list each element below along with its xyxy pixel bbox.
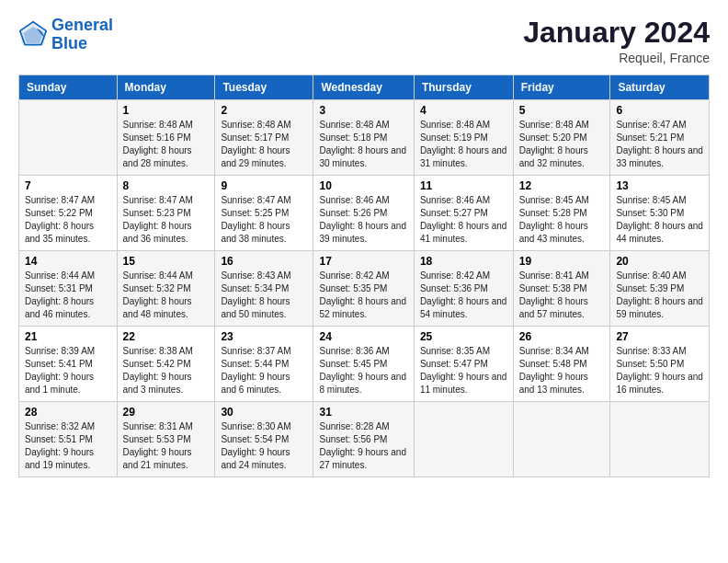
day-info: Sunrise: 8:32 AMSunset: 5:51 PMDaylight:… [25, 420, 111, 472]
day-number: 7 [25, 179, 111, 192]
day-number: 27 [616, 330, 703, 343]
calendar-cell: 16 Sunrise: 8:43 AMSunset: 5:34 PMDaylig… [215, 251, 313, 327]
day-number: 10 [319, 179, 407, 192]
calendar-cell: 26 Sunrise: 8:34 AMSunset: 5:48 PMDaylig… [513, 327, 610, 402]
calendar-cell: 22 Sunrise: 8:38 AMSunset: 5:42 PMDaylig… [117, 327, 215, 402]
day-info: Sunrise: 8:41 AMSunset: 5:38 PMDaylight:… [519, 270, 605, 321]
calendar-cell: 30 Sunrise: 8:30 AMSunset: 5:54 PMDaylig… [215, 402, 313, 477]
day-number: 9 [221, 179, 307, 192]
day-number: 4 [420, 104, 507, 117]
calendar-cell: 23 Sunrise: 8:37 AMSunset: 5:44 PMDaylig… [215, 327, 313, 402]
day-number: 1 [123, 104, 210, 117]
calendar-cell: 5 Sunrise: 8:48 AMSunset: 5:20 PMDayligh… [513, 100, 610, 176]
day-number: 14 [25, 255, 111, 268]
header-thursday: Thursday [414, 75, 513, 100]
calendar-cell: 28 Sunrise: 8:32 AMSunset: 5:51 PMDaylig… [19, 402, 118, 477]
day-info: Sunrise: 8:45 AMSunset: 5:28 PMDaylight:… [519, 194, 605, 246]
day-number: 15 [123, 255, 210, 268]
logo: General Blue [18, 17, 113, 53]
day-info: Sunrise: 8:43 AMSunset: 5:34 PMDaylight:… [221, 270, 307, 321]
day-number: 29 [123, 406, 210, 419]
calendar-cell: 2 Sunrise: 8:48 AMSunset: 5:17 PMDayligh… [215, 100, 313, 176]
day-info: Sunrise: 8:38 AMSunset: 5:42 PMDaylight:… [123, 345, 210, 396]
day-number: 11 [420, 179, 507, 192]
logo-line1: General [51, 16, 113, 34]
header-sunday: Sunday [19, 75, 118, 100]
day-info: Sunrise: 8:46 AMSunset: 5:26 PMDaylight:… [319, 194, 407, 246]
calendar-week-5: 28 Sunrise: 8:32 AMSunset: 5:51 PMDaylig… [19, 402, 710, 477]
calendar-table: Sunday Monday Tuesday Wednesday Thursday… [18, 75, 710, 477]
day-number: 26 [519, 330, 605, 343]
calendar-cell: 21 Sunrise: 8:39 AMSunset: 5:41 PMDaylig… [19, 327, 118, 402]
day-info: Sunrise: 8:42 AMSunset: 5:35 PMDaylight:… [319, 270, 407, 321]
day-info: Sunrise: 8:44 AMSunset: 5:31 PMDaylight:… [25, 270, 111, 321]
day-info: Sunrise: 8:28 AMSunset: 5:56 PMDaylight:… [319, 420, 407, 472]
day-number: 3 [319, 104, 407, 117]
header-monday: Monday [117, 75, 215, 100]
header-friday: Friday [513, 75, 610, 100]
calendar-cell: 14 Sunrise: 8:44 AMSunset: 5:31 PMDaylig… [19, 251, 118, 327]
day-number: 31 [319, 406, 407, 419]
header-wednesday: Wednesday [313, 75, 414, 100]
day-number: 20 [616, 255, 703, 268]
location: Requeil, France [523, 51, 710, 65]
day-number: 21 [25, 330, 111, 343]
calendar-week-3: 14 Sunrise: 8:44 AMSunset: 5:31 PMDaylig… [19, 251, 710, 327]
calendar-cell [610, 402, 710, 477]
day-info: Sunrise: 8:48 AMSunset: 5:19 PMDaylight:… [420, 119, 507, 170]
day-number: 25 [420, 330, 507, 343]
day-info: Sunrise: 8:48 AMSunset: 5:17 PMDaylight:… [221, 119, 307, 170]
day-info: Sunrise: 8:36 AMSunset: 5:45 PMDaylight:… [319, 345, 407, 396]
day-info: Sunrise: 8:47 AMSunset: 5:25 PMDaylight:… [221, 194, 307, 246]
calendar-cell: 31 Sunrise: 8:28 AMSunset: 5:56 PMDaylig… [313, 402, 414, 477]
day-number: 28 [25, 406, 111, 419]
day-info: Sunrise: 8:44 AMSunset: 5:32 PMDaylight:… [123, 270, 210, 321]
day-info: Sunrise: 8:39 AMSunset: 5:41 PMDaylight:… [25, 345, 111, 396]
day-number: 17 [319, 255, 407, 268]
day-info: Sunrise: 8:34 AMSunset: 5:48 PMDaylight:… [519, 345, 605, 396]
calendar-cell: 11 Sunrise: 8:46 AMSunset: 5:27 PMDaylig… [414, 176, 513, 251]
header-row: Sunday Monday Tuesday Wednesday Thursday… [19, 75, 710, 100]
day-number: 2 [221, 104, 307, 117]
calendar-cell: 17 Sunrise: 8:42 AMSunset: 5:35 PMDaylig… [313, 251, 414, 327]
calendar-cell: 19 Sunrise: 8:41 AMSunset: 5:38 PMDaylig… [513, 251, 610, 327]
month-title: January 2024 [523, 17, 710, 49]
calendar-cell: 3 Sunrise: 8:48 AMSunset: 5:18 PMDayligh… [313, 100, 414, 176]
day-number: 6 [616, 104, 703, 117]
day-info: Sunrise: 8:42 AMSunset: 5:36 PMDaylight:… [420, 270, 507, 321]
day-number: 22 [123, 330, 210, 343]
day-info: Sunrise: 8:37 AMSunset: 5:44 PMDaylight:… [221, 345, 307, 396]
calendar-cell: 1 Sunrise: 8:48 AMSunset: 5:16 PMDayligh… [117, 100, 215, 176]
day-info: Sunrise: 8:47 AMSunset: 5:21 PMDaylight:… [616, 119, 703, 170]
day-number: 23 [221, 330, 307, 343]
day-info: Sunrise: 8:31 AMSunset: 5:53 PMDaylight:… [123, 420, 210, 472]
calendar-cell: 6 Sunrise: 8:47 AMSunset: 5:21 PMDayligh… [610, 100, 710, 176]
calendar-cell: 20 Sunrise: 8:40 AMSunset: 5:39 PMDaylig… [610, 251, 710, 327]
calendar-cell: 8 Sunrise: 8:47 AMSunset: 5:23 PMDayligh… [117, 176, 215, 251]
calendar-cell: 7 Sunrise: 8:47 AMSunset: 5:22 PMDayligh… [19, 176, 118, 251]
logo-line2: Blue [51, 34, 87, 52]
day-number: 12 [519, 179, 605, 192]
calendar-week-1: 1 Sunrise: 8:48 AMSunset: 5:16 PMDayligh… [19, 100, 710, 176]
calendar-cell: 25 Sunrise: 8:35 AMSunset: 5:47 PMDaylig… [414, 327, 513, 402]
day-info: Sunrise: 8:47 AMSunset: 5:22 PMDaylight:… [25, 194, 111, 246]
day-number: 5 [519, 104, 605, 117]
calendar-cell [19, 100, 118, 176]
logo-text: General Blue [51, 17, 113, 53]
day-number: 18 [420, 255, 507, 268]
day-info: Sunrise: 8:46 AMSunset: 5:27 PMDaylight:… [420, 194, 507, 246]
day-number: 13 [616, 179, 703, 192]
calendar-cell: 29 Sunrise: 8:31 AMSunset: 5:53 PMDaylig… [117, 402, 215, 477]
day-number: 24 [319, 330, 407, 343]
calendar-cell [414, 402, 513, 477]
calendar-week-4: 21 Sunrise: 8:39 AMSunset: 5:41 PMDaylig… [19, 327, 710, 402]
day-number: 19 [519, 255, 605, 268]
day-info: Sunrise: 8:48 AMSunset: 5:20 PMDaylight:… [519, 119, 605, 170]
calendar-cell: 24 Sunrise: 8:36 AMSunset: 5:45 PMDaylig… [313, 327, 414, 402]
day-info: Sunrise: 8:45 AMSunset: 5:30 PMDaylight:… [616, 194, 703, 246]
day-number: 8 [123, 179, 210, 192]
header: General Blue January 2024 Requeil, Franc… [18, 17, 710, 65]
day-info: Sunrise: 8:40 AMSunset: 5:39 PMDaylight:… [616, 270, 703, 321]
calendar-cell: 13 Sunrise: 8:45 AMSunset: 5:30 PMDaylig… [610, 176, 710, 251]
day-info: Sunrise: 8:48 AMSunset: 5:18 PMDaylight:… [319, 119, 407, 170]
